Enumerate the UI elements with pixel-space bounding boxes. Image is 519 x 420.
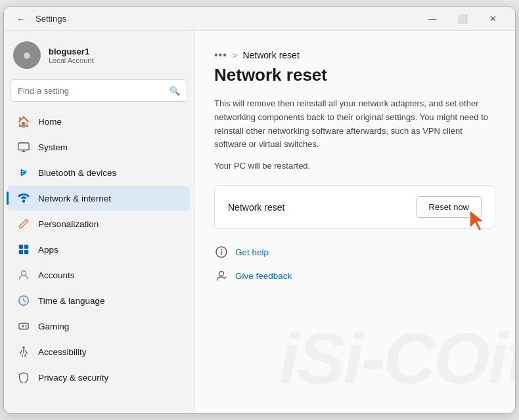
svg-rect-4 [19,245,23,249]
sidebar-item-label: Accessibility [38,347,87,357]
sidebar-item-home[interactable]: 🏠 Home [8,109,190,134]
sidebar-item-label: Gaming [38,322,69,331]
sidebar-item-accounts[interactable]: Accounts [8,262,190,287]
window-controls: — ⬜ ✕ [418,9,507,30]
main-content: ● bloguser1 Local Account 🔍 🏠 Home [4,31,515,413]
personalization-icon [17,217,30,230]
get-help-label: Get help [235,247,269,257]
svg-point-3 [22,200,26,203]
sidebar-item-accessibility[interactable]: Accessibility [8,339,190,364]
sidebar-item-label: Bluetooth & devices [38,168,116,178]
sidebar-item-gaming[interactable]: Gaming [8,314,190,339]
give-feedback-label: Give feedback [235,271,292,281]
reset-btn-container: Reset now [417,196,482,218]
svg-marker-16 [470,210,484,231]
sidebar-item-time[interactable]: Time & language [8,288,190,313]
sidebar-item-network[interactable]: Network & internet [8,186,190,211]
sidebar-item-label: System [38,142,68,152]
user-name: bloguser1 [49,47,94,56]
breadcrumb-dots: ••• [214,49,227,61]
home-icon: 🏠 [17,115,30,128]
sidebar-item-apps[interactable]: Apps [8,237,190,262]
user-section[interactable]: ● bloguser1 Local Account [4,31,194,77]
breadcrumb: ••• > Network reset [214,49,495,61]
main-panel: iSi-COit ••• > Network reset Network res… [194,31,515,413]
privacy-icon [17,371,30,384]
breadcrumb-arrow: > [233,51,238,60]
cursor-arrow [467,209,488,232]
svg-point-18 [221,249,222,250]
svg-point-8 [21,271,26,276]
page-title: Network reset [214,65,495,85]
sidebar-item-label: Home [38,117,62,127]
titlebar: ← Settings — ⬜ ✕ [4,7,515,31]
sidebar-item-label: Time & language [38,296,105,306]
description-text: This will remove then reinstall all your… [214,97,495,152]
help-links: Get help Give feedback [214,245,495,283]
give-feedback-link[interactable]: Give feedback [214,268,495,283]
time-icon [17,294,30,307]
settings-window: ← Settings — ⬜ ✕ ● bloguser1 Local Accou… [3,7,516,413]
window-title: Settings [35,14,418,24]
sidebar-item-label: Accounts [38,270,75,280]
sidebar-item-personalization[interactable]: Personalization [8,211,190,236]
search-input[interactable] [18,86,169,96]
svg-point-14 [26,326,27,327]
back-button[interactable]: ← [12,10,30,28]
apps-icon [17,243,30,256]
maximize-button[interactable]: ⬜ [448,9,477,30]
accessibility-icon [17,345,30,358]
sidebar-item-label: Privacy & security [38,373,108,383]
sidebar-item-bluetooth[interactable]: Bluetooth & devices [8,160,190,185]
svg-rect-0 [18,143,29,150]
svg-point-15 [22,346,25,349]
system-icon [17,140,30,154]
minimize-button[interactable]: — [418,9,447,30]
get-help-icon [214,245,229,259]
breadcrumb-page: Network reset [242,50,299,60]
reset-card-label: Network reset [228,202,284,213]
user-account-type: Local Account [49,56,94,64]
network-icon [17,192,30,205]
sidebar-nav: 🏠 Home System [4,108,194,390]
svg-rect-6 [19,250,23,254]
accounts-icon [17,268,30,282]
svg-point-19 [219,272,224,276]
gaming-icon [17,320,30,333]
close-button[interactable]: ✕ [478,9,507,30]
sidebar-item-privacy[interactable]: Privacy & security [8,365,190,390]
search-box[interactable]: 🔍 [11,79,187,102]
svg-rect-7 [24,250,28,254]
avatar-icon: ● [22,47,31,64]
sidebar-item-label: Personalization [38,219,99,229]
restart-note: Your PC will be restarted. [214,161,495,171]
sidebar-item-label: Network & internet [38,194,111,203]
user-info: bloguser1 Local Account [49,47,94,64]
sidebar-item-system[interactable]: System [8,135,190,159]
sidebar-item-label: Apps [38,245,58,255]
get-help-link[interactable]: Get help [214,245,495,259]
svg-point-13 [26,325,27,326]
bluetooth-icon [17,166,30,179]
svg-rect-5 [24,245,28,249]
sidebar: ● bloguser1 Local Account 🔍 🏠 Home [4,31,194,413]
reset-card: Network reset Reset now [214,185,495,229]
watermark: iSi-COit [279,316,515,400]
give-feedback-icon [214,268,229,283]
avatar: ● [13,41,41,69]
search-icon: 🔍 [169,86,180,96]
